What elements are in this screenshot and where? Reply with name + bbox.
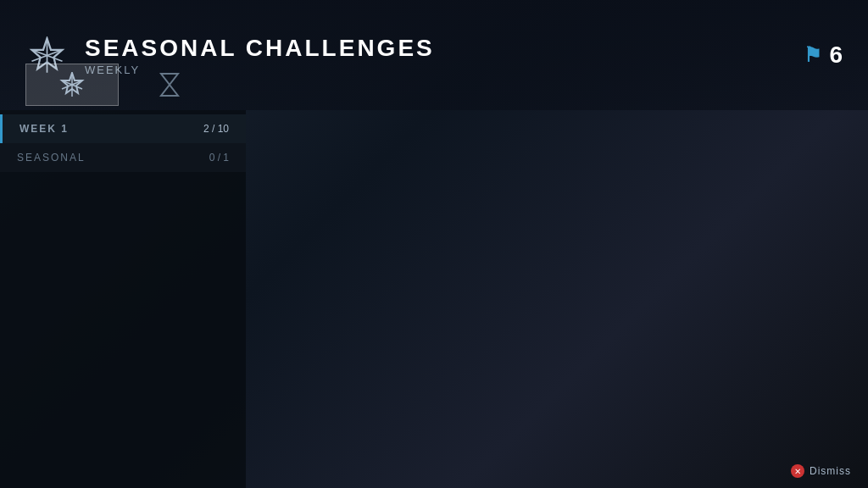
bookmark-number: 6 — [829, 42, 843, 69]
sidebar-seasonal[interactable]: SEASONAL 0 / 1 — [0, 143, 246, 172]
bookmark-icon: ⚑ — [804, 43, 822, 67]
dismiss-label: Dismiss — [810, 465, 851, 477]
bookmark-count: ⚑ 6 — [804, 42, 843, 69]
tabs-row — [25, 64, 216, 106]
week-count: 2 / 10 — [203, 123, 229, 135]
dismiss-button[interactable]: ✕ Dismiss — [791, 464, 851, 478]
sidebar: WEEK 1 2 / 10 SEASONAL 0 / 1 — [0, 110, 246, 488]
dismiss-circle-icon: ✕ — [791, 464, 804, 478]
page-title: SEASONAL CHALLENGES — [85, 35, 804, 62]
tab-weekly[interactable] — [123, 64, 216, 106]
main-content — [250, 110, 868, 488]
hourglass-tab-icon — [157, 72, 182, 97]
seasonal-tab-icon — [59, 72, 85, 97]
tab-seasonal[interactable] — [25, 64, 119, 106]
week-label: WEEK 1 — [19, 123, 69, 135]
seasonal-count: 0 / 1 — [209, 152, 229, 164]
sidebar-week1[interactable]: WEEK 1 2 / 10 — [0, 114, 246, 143]
svg-marker-8 — [161, 74, 178, 96]
seasonal-label: SEASONAL — [17, 152, 86, 164]
